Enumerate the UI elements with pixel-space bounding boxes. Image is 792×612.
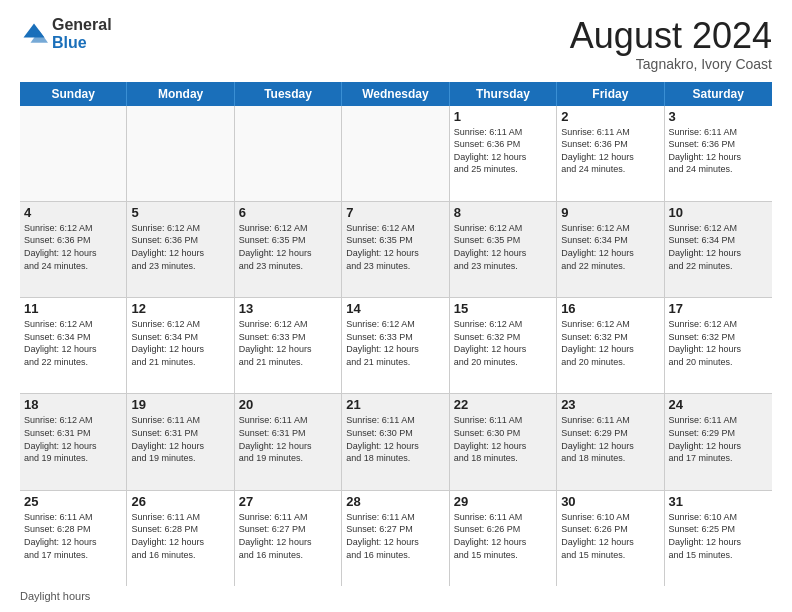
cal-cell-day-26: 26Sunrise: 6:11 AM Sunset: 6:28 PM Dayli…: [127, 491, 234, 586]
day-info: Sunrise: 6:11 AM Sunset: 6:36 PM Dayligh…: [669, 126, 768, 176]
cal-week-4: 18Sunrise: 6:12 AM Sunset: 6:31 PM Dayli…: [20, 394, 772, 490]
cal-cell-day-3: 3Sunrise: 6:11 AM Sunset: 6:36 PM Daylig…: [665, 106, 772, 201]
day-info: Sunrise: 6:12 AM Sunset: 6:33 PM Dayligh…: [346, 318, 444, 368]
cal-cell-empty: [342, 106, 449, 201]
cal-cell-empty: [127, 106, 234, 201]
cal-cell-day-15: 15Sunrise: 6:12 AM Sunset: 6:32 PM Dayli…: [450, 298, 557, 393]
day-info: Sunrise: 6:12 AM Sunset: 6:36 PM Dayligh…: [131, 222, 229, 272]
day-info: Sunrise: 6:12 AM Sunset: 6:34 PM Dayligh…: [669, 222, 768, 272]
cal-cell-day-23: 23Sunrise: 6:11 AM Sunset: 6:29 PM Dayli…: [557, 394, 664, 489]
day-info: Sunrise: 6:12 AM Sunset: 6:35 PM Dayligh…: [239, 222, 337, 272]
day-info: Sunrise: 6:11 AM Sunset: 6:28 PM Dayligh…: [24, 511, 122, 561]
cal-cell-day-2: 2Sunrise: 6:11 AM Sunset: 6:36 PM Daylig…: [557, 106, 664, 201]
cal-cell-day-24: 24Sunrise: 6:11 AM Sunset: 6:29 PM Dayli…: [665, 394, 772, 489]
cal-cell-day-16: 16Sunrise: 6:12 AM Sunset: 6:32 PM Dayli…: [557, 298, 664, 393]
cal-cell-day-10: 10Sunrise: 6:12 AM Sunset: 6:34 PM Dayli…: [665, 202, 772, 297]
day-number: 29: [454, 494, 552, 509]
logo: General Blue: [20, 16, 112, 51]
calendar-body: 1Sunrise: 6:11 AM Sunset: 6:36 PM Daylig…: [20, 106, 772, 586]
day-number: 1: [454, 109, 552, 124]
cal-header-thursday: Thursday: [450, 82, 557, 106]
day-info: Sunrise: 6:11 AM Sunset: 6:26 PM Dayligh…: [454, 511, 552, 561]
logo-text: General Blue: [52, 16, 112, 51]
day-number: 13: [239, 301, 337, 316]
day-number: 12: [131, 301, 229, 316]
day-info: Sunrise: 6:11 AM Sunset: 6:31 PM Dayligh…: [131, 414, 229, 464]
cal-cell-day-19: 19Sunrise: 6:11 AM Sunset: 6:31 PM Dayli…: [127, 394, 234, 489]
logo-icon: [20, 20, 48, 48]
day-number: 8: [454, 205, 552, 220]
main-title: August 2024: [570, 16, 772, 56]
cal-cell-day-27: 27Sunrise: 6:11 AM Sunset: 6:27 PM Dayli…: [235, 491, 342, 586]
day-number: 11: [24, 301, 122, 316]
day-number: 30: [561, 494, 659, 509]
day-number: 5: [131, 205, 229, 220]
day-info: Sunrise: 6:12 AM Sunset: 6:34 PM Dayligh…: [561, 222, 659, 272]
cal-cell-day-25: 25Sunrise: 6:11 AM Sunset: 6:28 PM Dayli…: [20, 491, 127, 586]
day-number: 10: [669, 205, 768, 220]
cal-cell-day-11: 11Sunrise: 6:12 AM Sunset: 6:34 PM Dayli…: [20, 298, 127, 393]
day-number: 31: [669, 494, 768, 509]
cal-header-tuesday: Tuesday: [235, 82, 342, 106]
cal-cell-day-14: 14Sunrise: 6:12 AM Sunset: 6:33 PM Dayli…: [342, 298, 449, 393]
day-info: Sunrise: 6:12 AM Sunset: 6:32 PM Dayligh…: [454, 318, 552, 368]
day-info: Sunrise: 6:12 AM Sunset: 6:33 PM Dayligh…: [239, 318, 337, 368]
day-number: 22: [454, 397, 552, 412]
day-info: Sunrise: 6:11 AM Sunset: 6:30 PM Dayligh…: [454, 414, 552, 464]
day-info: Sunrise: 6:12 AM Sunset: 6:35 PM Dayligh…: [346, 222, 444, 272]
cal-cell-day-7: 7Sunrise: 6:12 AM Sunset: 6:35 PM Daylig…: [342, 202, 449, 297]
day-number: 16: [561, 301, 659, 316]
cal-cell-day-1: 1Sunrise: 6:11 AM Sunset: 6:36 PM Daylig…: [450, 106, 557, 201]
cal-header-sunday: Sunday: [20, 82, 127, 106]
day-number: 17: [669, 301, 768, 316]
calendar: SundayMondayTuesdayWednesdayThursdayFrid…: [20, 82, 772, 586]
cal-cell-day-12: 12Sunrise: 6:12 AM Sunset: 6:34 PM Dayli…: [127, 298, 234, 393]
cal-week-2: 4Sunrise: 6:12 AM Sunset: 6:36 PM Daylig…: [20, 202, 772, 298]
day-info: Sunrise: 6:11 AM Sunset: 6:27 PM Dayligh…: [346, 511, 444, 561]
day-number: 28: [346, 494, 444, 509]
cal-cell-empty: [20, 106, 127, 201]
cal-week-1: 1Sunrise: 6:11 AM Sunset: 6:36 PM Daylig…: [20, 106, 772, 202]
cal-cell-day-4: 4Sunrise: 6:12 AM Sunset: 6:36 PM Daylig…: [20, 202, 127, 297]
day-info: Sunrise: 6:11 AM Sunset: 6:30 PM Dayligh…: [346, 414, 444, 464]
day-info: Sunrise: 6:11 AM Sunset: 6:36 PM Dayligh…: [561, 126, 659, 176]
cal-cell-day-21: 21Sunrise: 6:11 AM Sunset: 6:30 PM Dayli…: [342, 394, 449, 489]
day-number: 24: [669, 397, 768, 412]
day-info: Sunrise: 6:12 AM Sunset: 6:34 PM Dayligh…: [131, 318, 229, 368]
day-info: Sunrise: 6:11 AM Sunset: 6:27 PM Dayligh…: [239, 511, 337, 561]
cal-cell-day-17: 17Sunrise: 6:12 AM Sunset: 6:32 PM Dayli…: [665, 298, 772, 393]
day-info: Sunrise: 6:11 AM Sunset: 6:29 PM Dayligh…: [561, 414, 659, 464]
cal-cell-day-13: 13Sunrise: 6:12 AM Sunset: 6:33 PM Dayli…: [235, 298, 342, 393]
day-number: 6: [239, 205, 337, 220]
cal-cell-day-20: 20Sunrise: 6:11 AM Sunset: 6:31 PM Dayli…: [235, 394, 342, 489]
cal-cell-day-8: 8Sunrise: 6:12 AM Sunset: 6:35 PM Daylig…: [450, 202, 557, 297]
cal-cell-day-22: 22Sunrise: 6:11 AM Sunset: 6:30 PM Dayli…: [450, 394, 557, 489]
title-block: August 2024 Tagnakro, Ivory Coast: [570, 16, 772, 72]
day-number: 18: [24, 397, 122, 412]
day-number: 20: [239, 397, 337, 412]
day-number: 15: [454, 301, 552, 316]
subtitle: Tagnakro, Ivory Coast: [570, 56, 772, 72]
day-info: Sunrise: 6:12 AM Sunset: 6:34 PM Dayligh…: [24, 318, 122, 368]
cal-cell-day-31: 31Sunrise: 6:10 AM Sunset: 6:25 PM Dayli…: [665, 491, 772, 586]
cal-cell-empty: [235, 106, 342, 201]
day-number: 2: [561, 109, 659, 124]
cal-header-wednesday: Wednesday: [342, 82, 449, 106]
day-number: 27: [239, 494, 337, 509]
cal-week-3: 11Sunrise: 6:12 AM Sunset: 6:34 PM Dayli…: [20, 298, 772, 394]
cal-cell-day-18: 18Sunrise: 6:12 AM Sunset: 6:31 PM Dayli…: [20, 394, 127, 489]
day-number: 7: [346, 205, 444, 220]
cal-week-5: 25Sunrise: 6:11 AM Sunset: 6:28 PM Dayli…: [20, 491, 772, 586]
cal-header-saturday: Saturday: [665, 82, 772, 106]
cal-cell-day-5: 5Sunrise: 6:12 AM Sunset: 6:36 PM Daylig…: [127, 202, 234, 297]
day-number: 9: [561, 205, 659, 220]
cal-cell-day-9: 9Sunrise: 6:12 AM Sunset: 6:34 PM Daylig…: [557, 202, 664, 297]
header: General Blue August 2024 Tagnakro, Ivory…: [20, 16, 772, 72]
logo-blue-text: Blue: [52, 34, 112, 52]
day-info: Sunrise: 6:12 AM Sunset: 6:31 PM Dayligh…: [24, 414, 122, 464]
day-info: Sunrise: 6:10 AM Sunset: 6:25 PM Dayligh…: [669, 511, 768, 561]
day-info: Sunrise: 6:12 AM Sunset: 6:32 PM Dayligh…: [561, 318, 659, 368]
day-number: 4: [24, 205, 122, 220]
day-number: 26: [131, 494, 229, 509]
day-number: 25: [24, 494, 122, 509]
